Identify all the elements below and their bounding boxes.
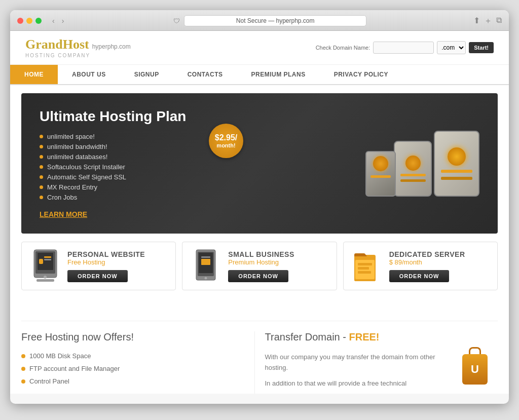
plan-dedicated-info: DEDICATED SERVER $ 89/month ORDER NOW [389, 250, 489, 282]
domain-ext-select[interactable]: .com .net .org [437, 41, 466, 54]
page-content: GrandHost hyperphp.com HOSTING COMPANY C… [10, 31, 509, 394]
logo-main: GrandHost hyperphp.com [25, 37, 131, 52]
svg-rect-18 [358, 267, 369, 270]
server-large [434, 131, 479, 197]
svg-point-11 [204, 277, 207, 280]
transfer-domain-title: Transfer Domain - FREE! [265, 331, 488, 343]
security-icon: 🛡 [173, 17, 180, 25]
site-header: GrandHost hyperphp.com HOSTING COMPANY C… [10, 31, 509, 65]
bullet-dot-2 [40, 145, 43, 148]
bag-icon: U [462, 354, 488, 385]
svg-rect-13 [201, 256, 210, 258]
share-icon[interactable]: ⬆ [473, 16, 480, 26]
minimize-button[interactable] [26, 18, 32, 24]
price-badge: $2.95/ month! [209, 124, 243, 158]
lower-section: Free Hosting now Offers! 1000 MB Disk Sp… [21, 321, 498, 394]
free-hosting-features: 1000 MB Disk Space FTP account and File … [21, 352, 244, 385]
svg-rect-19 [358, 271, 371, 274]
nav-signup[interactable]: SIGNUP [120, 65, 173, 84]
transfer-highlight: FREE! [349, 331, 379, 342]
feat-bullet-2 [21, 367, 25, 371]
free-hosting-section: Free Hosting now Offers! 1000 MB Disk Sp… [21, 331, 255, 394]
bullet-dot-3 [40, 155, 43, 159]
plans-row: PERSONAL WEBSITE Free Hosting ORDER NOW [21, 242, 498, 290]
logo-subtitle: HOSTING COMPANY [25, 53, 131, 58]
free-hosting-title: Free Hosting now Offers! [21, 331, 244, 343]
plan-personal-icon [30, 248, 60, 284]
svg-rect-17 [358, 263, 372, 265]
logo-area: GrandHost hyperphp.com HOSTING COMPANY [25, 37, 131, 58]
feat-bullet-1 [21, 354, 25, 358]
plan-business-order-btn[interactable]: ORDER NOW [228, 270, 288, 282]
svg-rect-6 [44, 256, 51, 258]
svg-point-3 [44, 276, 47, 279]
close-button[interactable] [17, 18, 23, 24]
plan-personal-info: PERSONAL WEBSITE Free Hosting ORDER NOW [67, 250, 167, 282]
address-bar[interactable]: Not Secure — hyperphp.com [184, 15, 366, 26]
maximize-button[interactable] [35, 18, 42, 24]
hero-features: unlimited space! unlimited bandwidth! un… [40, 133, 365, 201]
bullet-dot-1 [40, 135, 43, 138]
plan-business: SMALL BUSINESS Premium Hosting ORDER NOW [182, 242, 337, 290]
nav-home[interactable]: HOME [10, 65, 58, 84]
nav-contacts[interactable]: CONTACTS [173, 65, 237, 84]
feature-3: unlimited databases! [40, 153, 365, 161]
server-medium [394, 141, 432, 197]
plan-dedicated-name: DEDICATED SERVER [389, 250, 489, 258]
pc-icon [31, 249, 59, 283]
plan-personal: PERSONAL WEBSITE Free Hosting ORDER NOW [21, 242, 176, 290]
plan-business-name: SMALL BUSINESS [228, 250, 328, 258]
svg-rect-5 [39, 259, 43, 264]
plan-dedicated-order-btn[interactable]: ORDER NOW [389, 270, 450, 282]
nav-premium-plans[interactable]: PREMIUM PLANS [237, 65, 319, 84]
hero-banner: Ultimate Hosting Plan unlimited space! u… [21, 93, 498, 234]
plan-dedicated-icon [352, 248, 382, 284]
browser-nav-buttons: ‹ › [50, 16, 66, 26]
plan-personal-name: PERSONAL WEBSITE [67, 250, 167, 258]
hero-title: Ultimate Hosting Plan [40, 108, 365, 125]
windows-icon[interactable]: ⧉ [496, 16, 502, 26]
domain-check-label: Check Domain Name: [316, 45, 370, 51]
back-button[interactable]: ‹ [50, 16, 57, 26]
server-illustration [365, 131, 479, 197]
nav-privacy-policy[interactable]: PRIVACY POLICY [320, 65, 402, 84]
forward-button[interactable]: › [59, 16, 67, 26]
nav-about[interactable]: ABOUT US [58, 65, 120, 84]
start-button[interactable]: Start! [469, 42, 494, 53]
domain-check: Check Domain Name: .com .net .org Start! [316, 41, 494, 54]
bullet-dot-5 [40, 175, 43, 179]
traffic-lights [17, 18, 42, 24]
browser-window: ‹ › 🛡 Not Secure — hyperphp.com ⬆ ＋ ⧉ Gr… [10, 10, 509, 404]
domain-input[interactable] [373, 42, 434, 54]
logo-grand: Grand [25, 37, 63, 52]
svg-rect-4 [36, 279, 54, 282]
free-feature-3: Control Panel [21, 377, 244, 385]
transfer-domain-section: Transfer Domain - FREE! With our company… [255, 331, 498, 394]
feature-1: unlimited space! [40, 133, 365, 140]
pc2-icon [192, 249, 220, 283]
browser-titlebar: ‹ › 🛡 Not Secure — hyperphp.com ⬆ ＋ ⧉ [10, 10, 509, 31]
plan-business-info: SMALL BUSINESS Premium Hosting ORDER NOW [228, 250, 328, 282]
plan-dedicated: DEDICATED SERVER $ 89/month ORDER NOW [343, 242, 498, 290]
price-sub: month! [216, 142, 235, 148]
free-feature-2: FTP account and File Manager [21, 365, 244, 372]
bag-handle [469, 347, 481, 354]
feature-6: MX Record Entry [40, 183, 365, 191]
new-tab-icon[interactable]: ＋ [484, 16, 492, 26]
bullet-dot-7 [40, 196, 43, 199]
address-bar-container: 🛡 Not Secure — hyperphp.com [70, 15, 469, 26]
free-feature-1: 1000 MB Disk Space [21, 352, 244, 360]
site-nav: HOME ABOUT US SIGNUP CONTACTS PREMIUM PL… [10, 65, 509, 85]
plan-business-subtitle: Premium Hosting [228, 258, 328, 266]
feature-4: Softaculous Script Installer [40, 163, 365, 171]
learn-more-link[interactable]: LEARN MORE [40, 210, 87, 218]
feat-bullet-3 [21, 379, 25, 384]
plan-dedicated-subtitle: $ 89/month [389, 258, 489, 266]
plan-personal-order-btn[interactable]: ORDER NOW [67, 270, 128, 282]
logo-host: Host [63, 37, 89, 52]
transfer-text: With our company you may transfer the do… [265, 352, 457, 394]
feature-2: unlimited bandwidth! [40, 143, 365, 150]
feature-5: Automatic Self Signed SSL [40, 173, 365, 181]
svg-rect-12 [201, 259, 210, 265]
svg-rect-7 [44, 259, 51, 260]
